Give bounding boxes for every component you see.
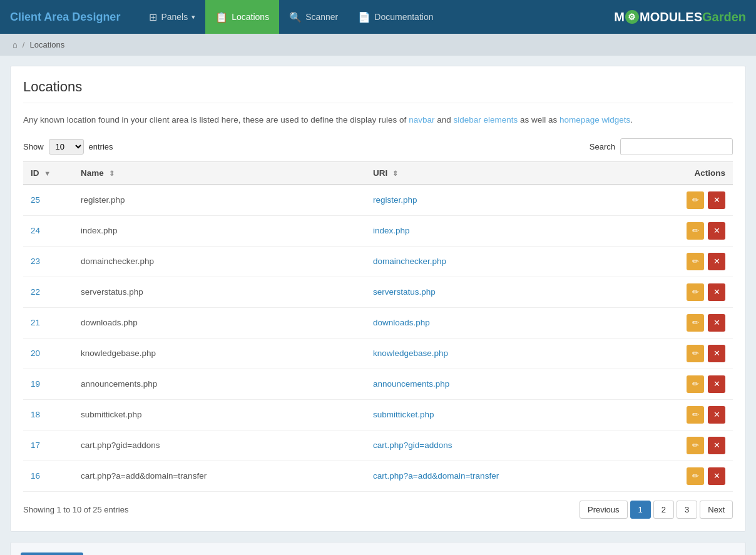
cell-name: cart.php?gid=addons <box>73 430 365 461</box>
nav-item-locations[interactable]: 📋 Locations <box>205 0 279 34</box>
delete-button[interactable]: ✕ <box>708 467 725 485</box>
entries-label: entries <box>89 142 113 151</box>
table-row: 16 cart.php?a=add&domain=transfer cart.p… <box>23 461 733 491</box>
delete-button[interactable]: ✕ <box>708 375 725 393</box>
cell-name: register.php <box>73 185 365 216</box>
table-row: 20 knowledgebase.php knowledgebase.php ✏… <box>23 338 733 369</box>
breadcrumb: ⌂ / Locations <box>0 34 756 56</box>
edit-button[interactable]: ✏ <box>687 467 704 485</box>
cell-uri: knowledgebase.php <box>365 338 658 369</box>
edit-button[interactable]: ✏ <box>687 314 704 332</box>
sort-icon-id: ▼ <box>44 170 51 177</box>
table-row: 24 index.php index.php ✏ ✕ <box>23 215 733 246</box>
cell-actions: ✏ ✕ <box>658 430 733 461</box>
panels-icon: ⊞ <box>149 11 157 23</box>
search-label: Search <box>590 142 615 151</box>
edit-button[interactable]: ✏ <box>687 222 704 240</box>
col-actions: Actions <box>658 161 733 185</box>
delete-button[interactable]: ✕ <box>708 191 725 209</box>
cell-uri: serverstatus.php <box>365 277 658 307</box>
table-footer: Showing 1 to 10 of 25 entries Previous 1… <box>23 501 733 519</box>
col-name[interactable]: Name ⇕ <box>73 161 365 185</box>
locations-table: ID ▼ Name ⇕ URI ⇕ Actions 25 register.ph… <box>23 161 733 492</box>
breadcrumb-current: Locations <box>29 40 64 49</box>
nav-item-documentation[interactable]: 📄 Documentation <box>348 0 443 34</box>
cell-id: 17 <box>23 430 73 461</box>
cell-name: announcements.php <box>73 369 365 399</box>
search-input[interactable] <box>620 138 733 155</box>
table-row: 19 announcements.php announcements.php ✏… <box>23 369 733 399</box>
homepage-widgets-link[interactable]: homepage widgets <box>559 115 630 125</box>
add-new-area: + Add New <box>10 542 746 555</box>
search-box: Search <box>590 138 733 155</box>
locations-icon: 📋 <box>215 11 228 23</box>
delete-button[interactable]: ✕ <box>708 314 725 332</box>
page-button-1[interactable]: 1 <box>630 501 651 519</box>
info-text: Any known location found in your client … <box>23 113 733 127</box>
previous-button[interactable]: Previous <box>580 501 628 519</box>
cell-name: submitticket.php <box>73 399 365 430</box>
delete-button[interactable]: ✕ <box>708 222 725 240</box>
table-row: 18 submitticket.php submitticket.php ✏ ✕ <box>23 399 733 430</box>
cell-name: downloads.php <box>73 307 365 338</box>
table-row: 25 register.php register.php ✏ ✕ <box>23 185 733 216</box>
delete-button[interactable]: ✕ <box>708 406 725 424</box>
scanner-icon: 🔍 <box>289 11 302 23</box>
edit-button[interactable]: ✏ <box>687 345 704 362</box>
cell-actions: ✏ ✕ <box>658 399 733 430</box>
cell-uri: index.php <box>365 215 658 246</box>
sidebar-link[interactable]: sidebar elements <box>453 115 518 125</box>
cell-name: cart.php?a=add&domain=transfer <box>73 461 365 491</box>
cell-id: 19 <box>23 369 73 399</box>
cell-actions: ✏ ✕ <box>658 185 733 216</box>
cell-name: serverstatus.php <box>73 277 365 307</box>
breadcrumb-home[interactable]: ⌂ <box>13 40 18 49</box>
entries-select[interactable]: 10 25 50 100 <box>49 139 84 155</box>
cell-actions: ✏ ✕ <box>658 369 733 399</box>
cell-actions: ✏ ✕ <box>658 246 733 277</box>
cell-uri: downloads.php <box>365 307 658 338</box>
edit-button[interactable]: ✏ <box>687 283 704 301</box>
delete-button[interactable]: ✕ <box>708 345 725 362</box>
page-button-3[interactable]: 3 <box>677 501 697 519</box>
cell-uri: cart.php?a=add&domain=transfer <box>365 461 658 491</box>
edit-button[interactable]: ✏ <box>687 437 704 454</box>
table-row: 23 domainchecker.php domainchecker.php ✏… <box>23 246 733 277</box>
table-body: 25 register.php register.php ✏ ✕ 24 inde… <box>23 185 733 492</box>
showing-text: Showing 1 to 10 of 25 entries <box>23 505 128 514</box>
cell-uri: announcements.php <box>365 369 658 399</box>
top-navigation: Client Area Designer ⊞ Panels ▾ 📋 Locati… <box>0 0 756 34</box>
col-id[interactable]: ID ▼ <box>23 161 73 185</box>
col-uri[interactable]: URI ⇕ <box>365 161 658 185</box>
add-new-button[interactable]: + Add New <box>21 552 83 555</box>
cell-actions: ✏ ✕ <box>658 277 733 307</box>
cell-id: 16 <box>23 461 73 491</box>
edit-button[interactable]: ✏ <box>687 406 704 424</box>
edit-button[interactable]: ✏ <box>687 191 704 209</box>
modules-garden-logo: MMODULESGarden <box>614 10 746 24</box>
sort-icon-name: ⇕ <box>109 170 115 177</box>
delete-button[interactable]: ✕ <box>708 283 725 301</box>
cell-id: 23 <box>23 246 73 277</box>
table-controls: Show 10 25 50 100 entries Search <box>23 138 733 155</box>
documentation-icon: 📄 <box>358 11 370 23</box>
nav-item-scanner[interactable]: 🔍 Scanner <box>279 0 348 34</box>
cell-actions: ✏ ✕ <box>658 215 733 246</box>
cell-id: 22 <box>23 277 73 307</box>
edit-button[interactable]: ✏ <box>687 375 704 393</box>
cell-uri: register.php <box>365 185 658 216</box>
next-button[interactable]: Next <box>700 501 733 519</box>
brand-title[interactable]: Client Area Designer <box>10 11 120 24</box>
page-button-2[interactable]: 2 <box>653 501 674 519</box>
cell-name: knowledgebase.php <box>73 338 365 369</box>
delete-button[interactable]: ✕ <box>708 253 725 270</box>
nav-item-panels[interactable]: ⊞ Panels ▾ <box>139 0 205 34</box>
cell-name: index.php <box>73 215 365 246</box>
delete-button[interactable]: ✕ <box>708 437 725 454</box>
cell-uri: domainchecker.php <box>365 246 658 277</box>
edit-button[interactable]: ✏ <box>687 253 704 270</box>
cell-id: 24 <box>23 215 73 246</box>
cell-uri: cart.php?gid=addons <box>365 430 658 461</box>
navbar-link[interactable]: navbar <box>409 115 434 125</box>
main-content: Locations Any known location found in yo… <box>10 66 746 532</box>
